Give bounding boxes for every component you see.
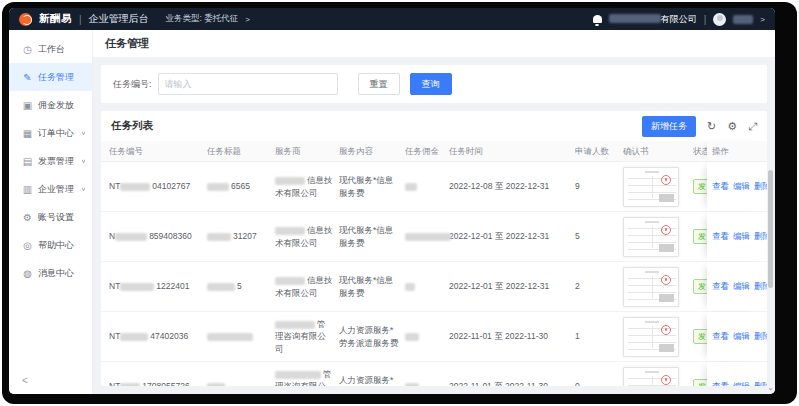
sidebar-collapse-button[interactable]: < [22, 375, 28, 386]
table-row: NT1708055726管理咨询有限公司人力资源服务*劳务派遣服务费2022-1… [101, 362, 767, 386]
stamp-icon [661, 325, 671, 335]
reset-button[interactable]: 重置 [358, 73, 400, 95]
view-link[interactable]: 查看 [712, 180, 729, 192]
confirmation-thumbnail[interactable] [623, 217, 679, 257]
cell-applicant-count: 2 [575, 280, 623, 292]
message-icon: ◍ [22, 268, 33, 279]
sidebar-item-orders[interactable]: ▦订单中心∨ [9, 119, 92, 147]
column-header-8: 状态 [693, 145, 707, 157]
sidebar-item-tasks[interactable]: ✎任务管理 [9, 63, 92, 91]
commission-icon: ▣ [22, 100, 33, 111]
sidebar-item-account[interactable]: ⚙账号设置 [9, 203, 92, 231]
add-task-button[interactable]: 新增任务 [642, 116, 696, 137]
view-link[interactable]: 查看 [712, 330, 729, 342]
sidebar-menu: ◷工作台✎任务管理▣佣金发放▦订单中心∨▤发票管理∨▥企业管理∨⚙账号设置◎帮助… [9, 35, 92, 287]
task-title-redacted [207, 333, 253, 341]
commission-redacted [405, 333, 419, 341]
cell-status: 发 [693, 379, 707, 386]
cell-actions: 查看编辑删除 [707, 312, 762, 361]
sidebar-item-label: 帮助中心 [38, 239, 74, 252]
cell-provider: 信息技术有限公司 [275, 174, 339, 199]
cell-commission [405, 330, 449, 342]
column-header-2: 服务商 [275, 145, 339, 157]
task-icon: ✎ [22, 72, 33, 83]
stamp-icon [661, 175, 671, 185]
refresh-icon[interactable]: ↻ [707, 121, 716, 132]
delete-link[interactable]: 删除 [754, 330, 767, 342]
invoice-icon: ▤ [22, 156, 33, 167]
view-link[interactable]: 查看 [712, 380, 729, 386]
cell-applicant-count: 9 [575, 180, 623, 192]
task-title-suffix: 5 [237, 281, 242, 291]
task-no-suffix: 1708055726 [142, 381, 189, 386]
view-link[interactable]: 查看 [712, 230, 729, 242]
business-type-selector[interactable]: 业务类型: 委托代征 [166, 13, 239, 25]
commission-redacted [405, 283, 415, 291]
notification-bell-icon[interactable] [593, 15, 602, 23]
user-menu-chevron-icon[interactable]: > [760, 15, 765, 24]
task-no-prefix: NT [109, 381, 120, 386]
account-icon: ⚙ [22, 212, 33, 223]
scrollbar-down-arrow-icon[interactable]: ⌄ [767, 383, 774, 392]
confirmation-thumbnail[interactable] [623, 367, 679, 387]
cell-confirmation [623, 267, 693, 307]
edit-link[interactable]: 编辑 [733, 330, 750, 342]
cell-task-no: N859408360 [109, 230, 207, 242]
sidebar-item-commission[interactable]: ▣佣金发放 [9, 91, 92, 119]
vertical-scrollbar-thumb[interactable] [768, 170, 773, 288]
cell-service-content: 人力资源服务*劳务派遣服务费 [339, 324, 405, 349]
dashboard-icon: ◷ [22, 44, 33, 55]
column-header-3: 服务内容 [339, 145, 405, 157]
task-no-input[interactable] [158, 73, 338, 95]
sidebar-item-company[interactable]: ▥企业管理∨ [9, 175, 92, 203]
cell-task-time: 2022-11-01 至 2022-11-30 [449, 380, 575, 386]
fullscreen-icon[interactable]: ⤢ [748, 121, 757, 132]
stamp-icon [661, 375, 671, 385]
settings-icon[interactable]: ⚙ [727, 121, 737, 132]
edit-link[interactable]: 编辑 [733, 380, 750, 386]
chevron-down-icon: ∨ [81, 130, 86, 136]
delete-link[interactable]: 删除 [754, 180, 767, 192]
task-no-suffix: 04102767 [152, 181, 190, 191]
sidebar-item-messages[interactable]: ◍消息中心 [9, 259, 92, 287]
sidebar-item-workbench[interactable]: ◷工作台 [9, 35, 92, 63]
edit-link[interactable]: 编辑 [733, 230, 750, 242]
sidebar-item-invoices[interactable]: ▤发票管理∨ [9, 147, 92, 175]
cell-actions: 查看编辑删除 [707, 262, 762, 311]
cell-provider: 管理咨询有限公司 [275, 318, 339, 355]
sidebar-item-label: 佣金发放 [38, 99, 74, 112]
cell-actions: 查看编辑删除 [707, 212, 762, 261]
sidebar-item-help[interactable]: ◎帮助中心 [9, 231, 92, 259]
cell-confirmation [623, 317, 693, 357]
status-badge: 发 [693, 379, 707, 386]
table-row: NT47402036管理咨询有限公司人力资源服务*劳务派遣服务费2022-11-… [101, 312, 767, 362]
query-button[interactable]: 查询 [410, 73, 452, 95]
column-header-0: 任务编号 [109, 145, 207, 157]
user-avatar[interactable] [713, 13, 726, 26]
sidebar-item-label: 发票管理 [38, 155, 74, 168]
provider-redacted [275, 321, 315, 329]
confirmation-thumbnail[interactable] [623, 317, 679, 357]
confirmation-thumbnail[interactable] [623, 267, 679, 307]
task-no-redacted [120, 383, 140, 386]
cell-task-time: 2022-11-01 至 2022-11-30 [449, 330, 575, 342]
delete-link[interactable]: 删除 [754, 280, 767, 292]
edit-link[interactable]: 编辑 [733, 280, 750, 292]
status-badge: 发 [693, 179, 707, 195]
task-title-redacted [207, 283, 235, 291]
confirmation-thumbnail[interactable] [623, 167, 679, 207]
view-link[interactable]: 查看 [712, 280, 729, 292]
cell-status: 发 [693, 229, 707, 245]
task-title-suffix: 31207 [233, 231, 257, 241]
table-row: NT12224015信息技术有限公司现代服务*信息服务费2022-12-01 至… [101, 262, 767, 312]
edit-link[interactable]: 编辑 [733, 180, 750, 192]
delete-link[interactable]: 删除 [754, 230, 767, 242]
task-no-prefix: NT [109, 181, 120, 191]
delete-link[interactable]: 删除 [754, 380, 767, 386]
sidebar-item-label: 消息中心 [38, 267, 74, 280]
table-header-row: 任务编号任务标题服务商服务内容任务佣金任务时间申请人数确认书状态操作 [101, 141, 767, 162]
task-title-redacted [207, 183, 229, 191]
status-badge: 发 [693, 329, 707, 345]
sidebar-item-label: 账号设置 [38, 211, 74, 224]
provider-redacted [275, 371, 321, 379]
